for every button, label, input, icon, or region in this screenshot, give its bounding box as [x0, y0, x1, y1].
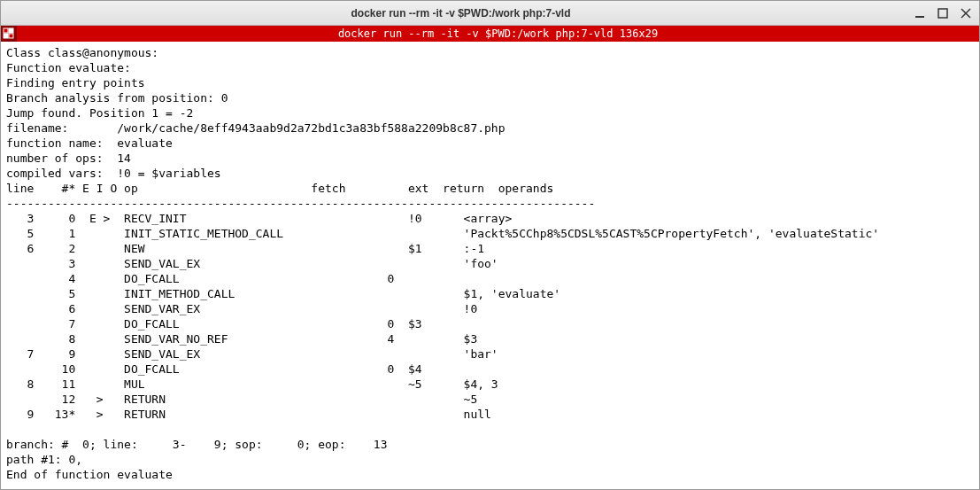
- maximize-icon: [938, 8, 948, 19]
- terminal-statusbar: docker run --rm -it -v $PWD:/work php:7-…: [1, 26, 979, 42]
- terminal-status-title: docker run --rm -it -v $PWD:/work php:7-…: [17, 27, 979, 40]
- close-icon: [961, 8, 971, 19]
- window-controls: [914, 7, 972, 19]
- terminal-app-icon: [1, 26, 17, 42]
- maximize-button[interactable]: [937, 7, 949, 19]
- minimize-icon: [914, 8, 925, 19]
- window-titlebar: docker run --rm -it -v $PWD:/work php:7-…: [1, 1, 979, 26]
- svg-rect-6: [4, 34, 8, 38]
- svg-rect-4: [4, 28, 8, 33]
- svg-rect-1: [938, 9, 947, 18]
- svg-rect-7: [9, 34, 13, 38]
- minimize-button[interactable]: [914, 7, 926, 19]
- close-button[interactable]: [960, 7, 972, 19]
- terminal-output[interactable]: Class class@anonymous: Function evaluate…: [1, 42, 979, 486]
- window-title: docker run --rm -it -v $PWD:/work php:7-…: [8, 7, 914, 19]
- grid-icon: [3, 27, 15, 40]
- svg-rect-5: [9, 28, 13, 33]
